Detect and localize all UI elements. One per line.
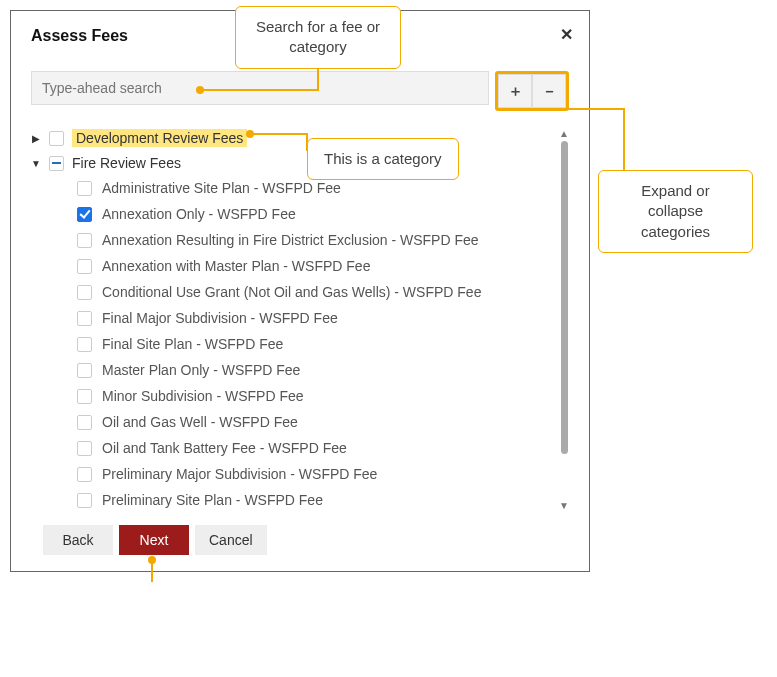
fee-label: Preliminary Major Subdivision - WSFPD Fe…	[102, 466, 377, 482]
fee-item-row[interactable]: Qualified Commercial and Industrial Site…	[77, 513, 553, 515]
search-input[interactable]	[31, 71, 489, 105]
callout-dot	[196, 86, 204, 94]
plus-icon: ＋	[508, 82, 523, 101]
fee-item-row[interactable]: Master Plan Only - WSFPD Fee	[77, 357, 553, 383]
fee-item-row[interactable]: Preliminary Major Subdivision - WSFPD Fe…	[77, 461, 553, 487]
category-checkbox[interactable]	[49, 131, 64, 146]
category-row-development[interactable]: ▶ Development Review Fees	[31, 125, 553, 151]
minus-icon: －	[542, 82, 557, 101]
fee-tree: ▶ Development Review Fees ▼ Fire Review …	[31, 125, 569, 515]
fee-label: Annexation Resulting in Fire District Ex…	[102, 232, 479, 248]
callout-dot	[148, 556, 156, 564]
collapse-all-button[interactable]: －	[532, 74, 566, 108]
fee-item-row[interactable]: Annexation Only - WSFPD Fee	[77, 201, 553, 227]
fee-checkbox[interactable]	[77, 467, 92, 482]
fee-checkbox[interactable]	[77, 259, 92, 274]
caret-right-icon[interactable]: ▶	[31, 133, 41, 144]
callout-dot	[246, 130, 254, 138]
category-checkbox[interactable]	[49, 156, 64, 171]
category-label: Fire Review Fees	[72, 155, 181, 171]
fee-item-row[interactable]: Annexation Resulting in Fire District Ex…	[77, 227, 553, 253]
fee-checkbox[interactable]	[77, 493, 92, 508]
fee-label: Final Major Subdivision - WSFPD Fee	[102, 310, 338, 326]
fee-label: Master Plan Only - WSFPD Fee	[102, 362, 300, 378]
scroll-thumb[interactable]	[561, 141, 568, 454]
fee-item-row[interactable]: Oil and Tank Battery Fee - WSFPD Fee	[77, 435, 553, 461]
callout-search: Search for a fee or category	[235, 6, 401, 69]
fee-checkbox[interactable]	[77, 233, 92, 248]
callout-expand: Expand or collapse categories	[598, 170, 753, 253]
fee-item-row[interactable]: Minor Subdivision - WSFPD Fee	[77, 383, 553, 409]
expand-collapse-group: ＋ －	[495, 71, 569, 111]
fee-checkbox[interactable]	[77, 207, 92, 222]
fee-checkbox[interactable]	[77, 441, 92, 456]
fee-checkbox[interactable]	[77, 389, 92, 404]
callout-category: This is a category	[307, 138, 459, 180]
fee-label: Final Site Plan - WSFPD Fee	[102, 336, 283, 352]
fee-checkbox[interactable]	[77, 415, 92, 430]
next-button[interactable]: Next	[119, 525, 189, 555]
callout-wire	[623, 108, 625, 172]
fee-label: Oil and Gas Well - WSFPD Fee	[102, 414, 298, 430]
fee-item-row[interactable]: Oil and Gas Well - WSFPD Fee	[77, 409, 553, 435]
expand-all-button[interactable]: ＋	[498, 74, 532, 108]
fee-item-row[interactable]: Final Major Subdivision - WSFPD Fee	[77, 305, 553, 331]
fee-items-list: Administrative Site Plan - WSFPD FeeAnne…	[77, 175, 553, 515]
category-row-fire[interactable]: ▼ Fire Review Fees	[31, 151, 553, 175]
fee-item-row[interactable]: Preliminary Site Plan - WSFPD Fee	[77, 487, 553, 513]
fee-label: Annexation Only - WSFPD Fee	[102, 206, 296, 222]
callout-wire	[250, 133, 308, 135]
fee-item-row[interactable]: Conditional Use Grant (Not Oil and Gas W…	[77, 279, 553, 305]
fee-label: Administrative Site Plan - WSFPD Fee	[102, 180, 341, 196]
fee-label: Minor Subdivision - WSFPD Fee	[102, 388, 304, 404]
fee-checkbox[interactable]	[77, 363, 92, 378]
fee-item-row[interactable]: Final Site Plan - WSFPD Fee	[77, 331, 553, 357]
scroll-down-icon[interactable]: ▼	[559, 501, 569, 511]
footer-buttons: Back Next Cancel	[43, 525, 569, 555]
scroll-up-icon[interactable]: ▲	[559, 129, 569, 139]
fee-label: Oil and Tank Battery Fee - WSFPD Fee	[102, 440, 347, 456]
back-button[interactable]: Back	[43, 525, 113, 555]
fee-checkbox[interactable]	[77, 337, 92, 352]
fee-label: Preliminary Site Plan - WSFPD Fee	[102, 492, 323, 508]
callout-text: Expand or collapse categories	[641, 182, 710, 240]
fee-label: Conditional Use Grant (Not Oil and Gas W…	[102, 284, 481, 300]
callout-wire	[557, 108, 625, 110]
close-icon[interactable]: ✕	[560, 25, 573, 44]
fee-item-row[interactable]: Annexation with Master Plan - WSFPD Fee	[77, 253, 553, 279]
caret-down-icon[interactable]: ▼	[31, 158, 41, 169]
callout-text: Search for a fee or category	[256, 18, 380, 55]
cancel-button[interactable]: Cancel	[195, 525, 267, 555]
fee-checkbox[interactable]	[77, 181, 92, 196]
category-label: Development Review Fees	[72, 129, 247, 147]
callout-text: This is a category	[324, 150, 442, 167]
fee-checkbox[interactable]	[77, 311, 92, 326]
fee-checkbox[interactable]	[77, 285, 92, 300]
assess-fees-panel: Assess Fees ✕ ＋ － ▶ Development Review F…	[10, 10, 590, 572]
search-row: ＋ －	[31, 71, 569, 111]
scrollbar[interactable]: ▲ ▼	[559, 129, 569, 511]
fee-label: Annexation with Master Plan - WSFPD Fee	[102, 258, 370, 274]
callout-wire	[200, 89, 319, 91]
